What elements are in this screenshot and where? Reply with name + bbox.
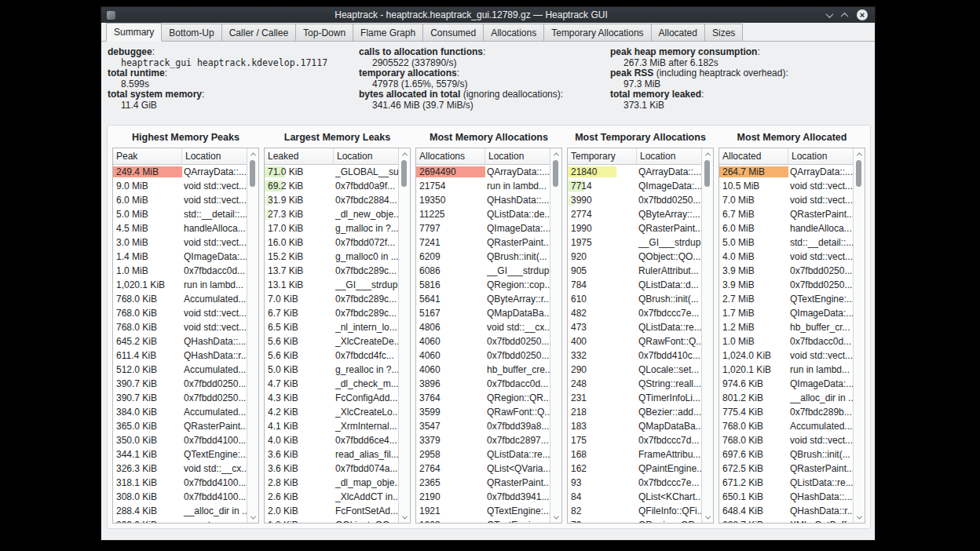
scrollbar-thumb[interactable] <box>856 160 861 187</box>
column-header-location[interactable]: Location <box>637 148 702 164</box>
table-row[interactable]: 784QListData::d... <box>568 278 702 292</box>
table-row[interactable]: 2.7 MiBQTextEngine:... <box>719 292 854 306</box>
table-row[interactable]: 1,020.1 KiBrun in lambd... <box>113 278 247 292</box>
table-row[interactable]: 3599QRawFont::Q... <box>416 405 550 419</box>
table-row[interactable]: 4060hb_buffer_cre... <box>416 363 550 377</box>
table-row[interactable]: 628.7 KiBXML_GetBuff... <box>719 518 854 523</box>
table-row[interactable]: 31.9 KiB0x7fbdc2884... <box>265 193 399 207</box>
table-row[interactable]: 905RulerAttribut... <box>568 264 702 278</box>
table-row[interactable]: 5.6 KiB0x7fbdcd4fc... <box>265 348 399 363</box>
table-row[interactable]: 82QFileInfo::QFi... <box>568 504 702 518</box>
table-row[interactable]: 611.4 KiBQHashData::r... <box>113 348 247 363</box>
table-row[interactable]: 4.0 MiBvoid std::vect... <box>719 250 854 264</box>
table-row[interactable]: 671.2 KiBQListData::re... <box>719 476 854 490</box>
scroll-up-icon[interactable] <box>702 149 713 159</box>
close-icon[interactable]: × <box>857 9 868 20</box>
table-row[interactable]: 162QPaintEngine... <box>568 462 702 476</box>
table-row[interactable]: 249.4 MiBQArrayData::... <box>113 165 247 179</box>
table-row[interactable]: 5.0 KiBg_realloc in ?... <box>265 363 399 377</box>
table-row[interactable]: 920QObject::QO... <box>568 250 702 264</box>
scroll-up-icon[interactable] <box>854 149 865 159</box>
table-row[interactable]: 69.2 KiB0x7fbdd0a9f... <box>265 179 399 193</box>
tab-allocated[interactable]: Allocated <box>651 24 705 41</box>
table-row[interactable]: 697.6 KiBQBrush::init(... <box>719 447 854 462</box>
table-row[interactable]: 645.2 KiBQHashData::... <box>113 334 247 348</box>
table-row[interactable]: 5816QRegion::cop... <box>416 278 550 292</box>
table-row[interactable]: 7.0 KiB0x7fbdc289c... <box>265 292 399 306</box>
scroll-up-icon[interactable] <box>550 149 561 159</box>
table-row[interactable]: 2.0 KiBFcFontSetAd... <box>265 504 399 518</box>
table-row[interactable]: 1.0 MiB0x7fbdacc0d... <box>719 334 854 348</box>
scroll-down-icon[interactable] <box>702 513 713 522</box>
table-row[interactable]: 15.2 KiBg_malloc0 in ... <box>265 250 399 264</box>
scrollbar-thumb[interactable] <box>553 160 558 187</box>
table-row[interactable]: 218QBezier::add... <box>568 405 702 419</box>
table-row[interactable]: 13.1 KiB__GI___strdup... <box>265 278 399 292</box>
table-row[interactable]: 4.5 MiBhandleAlloca... <box>113 221 247 235</box>
table-row[interactable]: 6.5 KiB_nl_intern_lo... <box>265 320 399 334</box>
table-row[interactable]: 1.8 KiBQObject::QO... <box>265 518 399 523</box>
table-row[interactable]: 350.0 KiB0x7fbdd4100... <box>113 433 247 447</box>
table-row[interactable]: 4806void std::__cx... <box>416 320 550 334</box>
table-row[interactable]: 650.1 KiBQHashData::... <box>719 490 854 504</box>
table-row[interactable]: 6.7 MiBQRasterPaint... <box>719 207 854 221</box>
scroll-down-icon[interactable] <box>854 513 865 522</box>
table-row[interactable]: 390.7 KiB0x7fbdd0250... <box>113 377 247 391</box>
table-row[interactable]: 5.0 MiBstd::__detail::... <box>719 235 854 250</box>
tab-bottom-up[interactable]: Bottom-Up <box>161 24 221 41</box>
table-row[interactable]: 6.7 KiB0x7fbdc289c... <box>265 306 399 320</box>
tab-allocations[interactable]: Allocations <box>483 24 544 41</box>
table-row[interactable]: 3.6 KiB0x7fbdd074a... <box>265 462 399 476</box>
table-row[interactable]: 21840QArrayData::... <box>568 165 702 179</box>
table-row[interactable]: 10.5 MiBvoid std::vect... <box>719 179 854 193</box>
table-row[interactable]: 5.6 KiB_XlcCreateDe... <box>265 334 399 348</box>
table-row[interactable]: 4.0 KiB0x7fbdd6ce4... <box>265 433 399 447</box>
table-row[interactable]: 168FrameAttribu... <box>568 447 702 462</box>
table-row[interactable]: 3.6 KiBread_alias_fil... <box>265 447 399 462</box>
table-row[interactable]: 35470x7fbdd39a8... <box>416 419 550 433</box>
column-header-location[interactable]: Location <box>485 148 550 164</box>
minimize-icon[interactable] <box>827 9 832 20</box>
table-row[interactable]: 38960x7fbdacc0d... <box>416 377 550 391</box>
table-row[interactable]: 344.1 KiBQTextEngine:... <box>113 447 247 462</box>
table-row[interactable]: 3320x7fbdd410c... <box>568 348 702 363</box>
scroll-down-icon[interactable] <box>247 513 258 522</box>
table-row[interactable]: 801.2 KiB__alloc_dir in ... <box>719 391 854 405</box>
table-row[interactable]: 400QRawFont::Q... <box>568 334 702 348</box>
table-row[interactable]: 19350QHashData::... <box>416 193 550 207</box>
table-row[interactable]: 1750x7fbdccc7d... <box>568 433 702 447</box>
table-row[interactable]: 768.0 KiBvoid std::vect... <box>719 433 854 447</box>
table-row[interactable]: 17.0 KiBg_malloc in ?... <box>265 221 399 235</box>
table-row[interactable]: 6209QBrush::init(... <box>416 250 550 264</box>
column-header-value[interactable]: Peak <box>113 148 182 164</box>
table-row[interactable]: 384.0 KiBAccumulated... <box>113 405 247 419</box>
tab-caller-callee[interactable]: Caller / Callee <box>221 24 296 41</box>
table-row[interactable]: 21754run in lambd... <box>416 179 550 193</box>
table-row[interactable]: 768.0 KiBvoid std::vect... <box>113 306 247 320</box>
table-row[interactable]: 2365QRasterPaint... <box>416 476 550 490</box>
scroll-down-icon[interactable] <box>399 513 410 522</box>
table-row[interactable]: 40600x7fbdd0250... <box>416 334 550 348</box>
scrollbar-thumb[interactable] <box>401 160 407 187</box>
table-row[interactable]: 1.0 MiB0x7fbdacc0d... <box>113 264 247 278</box>
table-row[interactable]: 2.8 KiB_dl_map_obje... <box>265 476 399 490</box>
table-row[interactable]: 5641QByteArray::r... <box>416 292 550 306</box>
table-row[interactable]: 768.0 KiBAccumulated... <box>719 419 854 433</box>
table-row[interactable]: 6086__GI___strdup... <box>416 264 550 278</box>
scroll-up-icon[interactable] <box>399 149 410 159</box>
table-row[interactable]: 7797QImageData:... <box>416 221 550 235</box>
table-row[interactable]: 930x7fbdccc7e... <box>568 476 702 490</box>
table-row[interactable]: 308.0 KiB0x7fbdd4100... <box>113 490 247 504</box>
tab-sizes[interactable]: Sizes <box>704 24 743 41</box>
table-row[interactable]: 3.0 MiBvoid std::vect... <box>113 235 247 250</box>
table-row[interactable]: 6.0 MiBhandleAlloca... <box>719 221 854 235</box>
table-row[interactable]: 39900x7fbdd0250... <box>568 193 702 207</box>
table-row[interactable]: 648.4 KiBQHashData::r... <box>719 504 854 518</box>
table-row[interactable]: 1.4 MiBQImageData:... <box>113 250 247 264</box>
table-row[interactable]: 512.0 KiBAccumulated... <box>113 363 247 377</box>
table-row[interactable]: 248QString::reall... <box>568 377 702 391</box>
table-row[interactable]: 11225QListData::de... <box>416 207 550 221</box>
table-row[interactable]: 1,024.0 KiBvoid std::vect... <box>719 348 854 363</box>
table-row[interactable]: 768.0 KiBAccumulated... <box>113 292 247 306</box>
tab-temporary-allocations[interactable]: Temporary Allocations <box>543 24 651 41</box>
